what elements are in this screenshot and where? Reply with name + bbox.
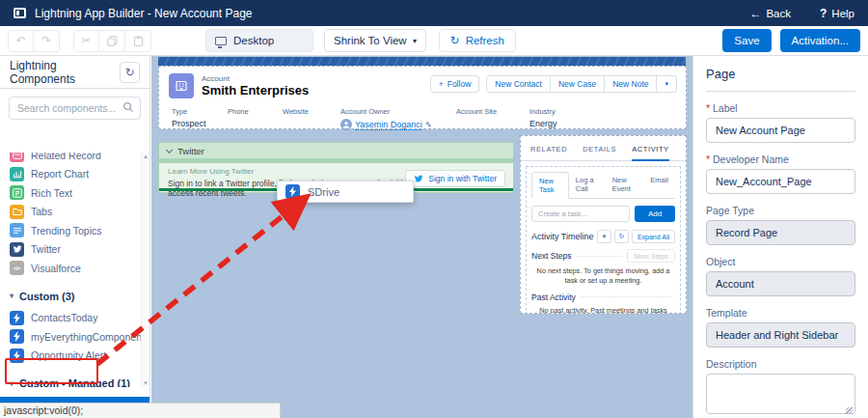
tab-new-event[interactable]: New Event — [606, 172, 644, 198]
save-button[interactable]: Save — [722, 29, 771, 52]
copy-button[interactable] — [99, 30, 125, 52]
more-steps-button[interactable]: More Steps — [627, 249, 675, 263]
activity-panel-component[interactable]: RELATED DETAILS ACTIVITY New Task Log a … — [520, 135, 687, 314]
component-item-report-chart[interactable]: Report Chart — [10, 165, 141, 184]
status-link-tooltip: javascript:void(0); — [0, 403, 281, 418]
rich-text-icon — [10, 185, 24, 200]
description-field-label: Description — [706, 358, 855, 370]
component-item-twitter[interactable]: Twitter — [10, 240, 141, 260]
tab-email[interactable]: Email — [643, 172, 675, 198]
search-components-input[interactable] — [9, 97, 141, 120]
object-field — [706, 271, 855, 296]
page-canvas: Account Smith Enterprises +Follow New Co… — [151, 56, 692, 418]
component-item-label: Tabs — [31, 206, 52, 217]
page-properties-panel: Page Label Developer Name Page Type Obje… — [692, 56, 868, 418]
paste-button[interactable] — [125, 30, 151, 52]
activation-button[interactable]: Activation... — [780, 29, 860, 52]
component-item-rich-text[interactable]: Rich Text — [10, 183, 141, 203]
help-button[interactable]: ?Help — [820, 7, 854, 20]
component-item-label: ContactsToday — [31, 312, 97, 323]
tab-new-task[interactable]: New Task — [531, 172, 569, 199]
properties-panel-title: Page — [706, 67, 855, 92]
view-mode-dropdown[interactable]: Shrink To View ▾ — [324, 29, 426, 52]
section-custom[interactable]: Custom (3) — [10, 291, 141, 302]
components-panel: Lightning Components ↻ Related Record Re… — [0, 56, 150, 418]
section-custom-managed[interactable]: Custom - Managed (1) — [10, 377, 141, 387]
component-item-tabs[interactable]: Tabs — [10, 203, 141, 222]
more-actions-dropdown[interactable]: ▾ — [657, 75, 677, 93]
add-task-button[interactable]: Add — [635, 206, 675, 222]
refresh-icon: ↻ — [450, 34, 460, 47]
edit-pencil-icon[interactable]: ✎ — [425, 121, 432, 129]
tabs-icon — [10, 205, 24, 219]
lightning-bolt-icon — [10, 348, 24, 363]
builder-toolbar: ↶ ↷ ✂ Desktop Shrink To View ▾ ↻ Refresh… — [0, 26, 868, 56]
component-item-label: Twitter — [31, 243, 61, 255]
twitter-component-title: Twitter — [177, 146, 204, 156]
tab-log-a-call[interactable]: Log a Call — [569, 172, 606, 198]
component-item-trending-topics[interactable]: Trending Topics — [10, 221, 141, 240]
filter-icon: ▾ — [603, 233, 607, 240]
owner-link[interactable]: Yasemin Doganci — [355, 120, 422, 130]
lightning-bolt-icon — [10, 311, 24, 325]
new-case-button[interactable]: New Case — [551, 75, 605, 93]
window-title: Lightning App Builder - New Account Page — [35, 7, 252, 20]
template-field — [706, 322, 855, 348]
field-label: Industry — [529, 107, 597, 116]
developer-name-field[interactable] — [706, 169, 855, 194]
lightning-bolt-icon — [285, 184, 300, 199]
visualforce-icon: </> — [10, 261, 24, 275]
create-task-input[interactable] — [531, 206, 630, 222]
field-label: Phone — [228, 107, 283, 116]
account-highlights-component[interactable]: Account Smith Enterprises +Follow New Co… — [158, 66, 687, 129]
component-item-label: Visualforce — [31, 263, 81, 274]
component-item-visualforce[interactable]: </> Visualforce — [10, 259, 141, 278]
refresh-timeline-button[interactable]: ↻ — [614, 230, 629, 243]
component-item-label: Rich Text — [31, 187, 72, 199]
past-activity-empty-text: No past activity. Past meetings and task… — [533, 306, 673, 314]
sidebar-scrollbar[interactable]: ▲ ▼ — [141, 153, 149, 387]
description-field[interactable] — [706, 374, 855, 414]
cut-button[interactable]: ✂ — [73, 30, 99, 52]
component-item-myeverythingcomponent[interactable]: myEverythingComponent — [10, 327, 141, 347]
component-item-contactstoday[interactable]: ContactsToday — [10, 309, 141, 328]
window-title-bar: Lightning App Builder - New Account Page… — [0, 0, 868, 26]
field-label: Website — [283, 107, 340, 116]
undo-button[interactable]: ↶ — [8, 30, 34, 52]
field-label: Type — [172, 107, 228, 116]
new-contact-button[interactable]: New Contact — [486, 75, 551, 93]
past-activity-title: Past Activity — [531, 293, 576, 302]
cut-icon: ✂ — [81, 34, 91, 47]
field-value: Prospect — [172, 119, 228, 128]
sdrive-drag-ghost[interactable]: SDrive — [277, 181, 414, 203]
redo-button[interactable]: ↷ — [34, 30, 60, 52]
tab-related[interactable]: RELATED — [530, 145, 567, 160]
device-selector-button[interactable]: Desktop — [205, 29, 313, 52]
follow-button[interactable]: +Follow — [430, 75, 480, 93]
scroll-down-icon: ▼ — [143, 380, 149, 386]
entity-label: Account — [202, 74, 309, 83]
expand-all-button[interactable]: Expand All — [632, 230, 675, 243]
new-note-button[interactable]: New Note — [605, 75, 657, 93]
tab-details[interactable]: DETAILS — [583, 145, 616, 160]
refresh-icon: ↻ — [618, 233, 624, 240]
filter-button[interactable]: ▾ — [597, 230, 611, 243]
component-item-related-record[interactable]: Related Record — [10, 153, 141, 165]
sign-in-with-twitter-button[interactable]: Sign in with Twitter — [405, 170, 505, 187]
label-field-label: Label — [706, 102, 855, 114]
tab-activity[interactable]: ACTIVITY — [632, 145, 669, 161]
refresh-components-button[interactable]: ↻ — [120, 62, 140, 83]
chevron-down-icon[interactable] — [166, 146, 173, 153]
next-steps-title: Next Steps — [531, 251, 572, 261]
label-field[interactable] — [706, 118, 855, 143]
component-item-opportunity-alert[interactable]: Opportunity Alert — [10, 347, 141, 366]
lightning-bolt-icon — [10, 329, 24, 344]
refresh-icon: ↻ — [124, 66, 134, 79]
component-item-label: Related Record — [31, 153, 101, 161]
component-item-label: Trending Topics — [31, 225, 102, 237]
account-icon — [169, 73, 194, 98]
back-button[interactable]: ←Back — [749, 7, 791, 20]
canvas-refresh-button[interactable]: ↻ Refresh — [439, 29, 516, 52]
field-label: Account Site — [456, 107, 529, 116]
page-type-field — [706, 220, 855, 245]
